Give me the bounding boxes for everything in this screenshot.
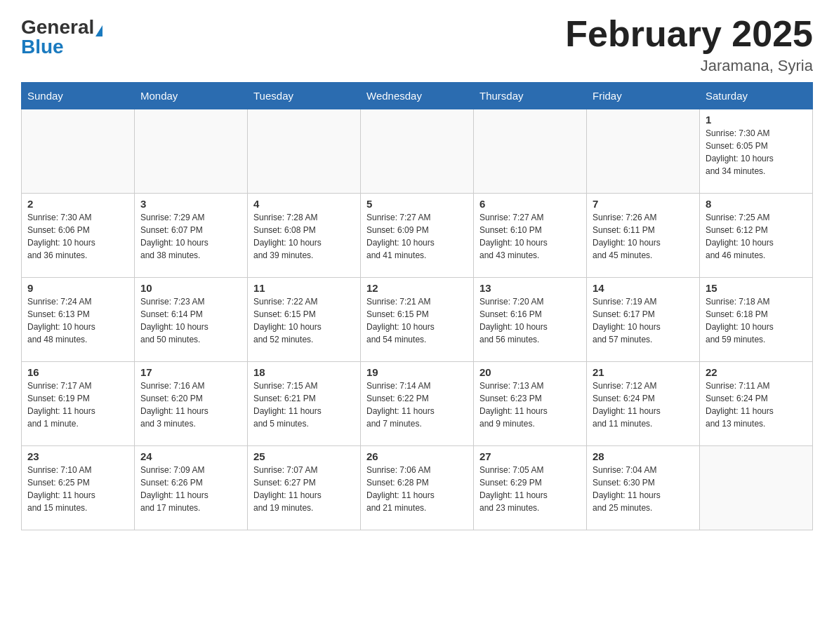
day-of-week-header: Sunday [22,83,135,109]
calendar-cell: 28Sunrise: 7:04 AM Sunset: 6:30 PM Dayli… [587,446,700,530]
calendar-cell [135,109,248,194]
day-info: Sunrise: 7:16 AM Sunset: 6:20 PM Dayligh… [140,380,241,430]
calendar-week-row: 2Sunrise: 7:30 AM Sunset: 6:06 PM Daylig… [22,194,813,278]
day-info: Sunrise: 7:17 AM Sunset: 6:19 PM Dayligh… [27,380,128,430]
calendar-cell: 20Sunrise: 7:13 AM Sunset: 6:23 PM Dayli… [474,362,587,446]
day-info: Sunrise: 7:20 AM Sunset: 6:16 PM Dayligh… [479,295,581,346]
calendar-cell: 16Sunrise: 7:17 AM Sunset: 6:19 PM Dayli… [22,362,135,446]
day-number: 5 [366,198,468,210]
day-info: Sunrise: 7:10 AM Sunset: 6:25 PM Dayligh… [27,464,128,514]
day-number: 4 [253,198,355,210]
calendar-cell: 26Sunrise: 7:06 AM Sunset: 6:28 PM Dayli… [361,446,474,530]
day-header-row: SundayMondayTuesdayWednesdayThursdayFrid… [22,83,813,109]
day-number: 19 [366,366,468,378]
calendar-cell: 2Sunrise: 7:30 AM Sunset: 6:06 PM Daylig… [22,194,135,278]
day-of-week-header: Friday [587,83,700,109]
day-number: 12 [366,282,468,294]
calendar-cell [248,109,361,194]
day-info: Sunrise: 7:30 AM Sunset: 6:06 PM Dayligh… [27,211,128,262]
day-info: Sunrise: 7:28 AM Sunset: 6:08 PM Dayligh… [253,211,355,262]
day-info: Sunrise: 7:18 AM Sunset: 6:18 PM Dayligh… [706,295,807,346]
logo-triangle-icon [95,25,102,36]
calendar-cell: 10Sunrise: 7:23 AM Sunset: 6:14 PM Dayli… [135,278,248,362]
calendar-cell: 22Sunrise: 7:11 AM Sunset: 6:24 PM Dayli… [700,362,813,446]
calendar-cell: 9Sunrise: 7:24 AM Sunset: 6:13 PM Daylig… [22,278,135,362]
day-info: Sunrise: 7:04 AM Sunset: 6:30 PM Dayligh… [593,464,694,514]
day-info: Sunrise: 7:11 AM Sunset: 6:24 PM Dayligh… [706,380,807,430]
calendar-cell: 5Sunrise: 7:27 AM Sunset: 6:09 PM Daylig… [361,194,474,278]
day-number: 23 [27,450,128,462]
location: Jaramana, Syria [565,57,813,75]
day-number: 2 [27,198,128,210]
calendar-week-row: 23Sunrise: 7:10 AM Sunset: 6:25 PM Dayli… [22,446,813,530]
day-info: Sunrise: 7:26 AM Sunset: 6:11 PM Dayligh… [593,211,694,262]
day-number: 10 [140,282,241,294]
day-number: 3 [140,198,241,210]
calendar-cell: 27Sunrise: 7:05 AM Sunset: 6:29 PM Dayli… [474,446,587,530]
calendar-cell: 24Sunrise: 7:09 AM Sunset: 6:26 PM Dayli… [135,446,248,530]
day-info: Sunrise: 7:19 AM Sunset: 6:17 PM Dayligh… [593,295,694,346]
calendar-cell: 6Sunrise: 7:27 AM Sunset: 6:10 PM Daylig… [474,194,587,278]
day-number: 28 [593,450,694,462]
day-info: Sunrise: 7:14 AM Sunset: 6:22 PM Dayligh… [366,380,468,430]
logo-general-text: General [21,16,94,38]
calendar-cell: 1Sunrise: 7:30 AM Sunset: 6:05 PM Daylig… [700,109,813,194]
day-info: Sunrise: 7:25 AM Sunset: 6:12 PM Dayligh… [706,211,807,262]
day-number: 17 [140,366,241,378]
calendar-cell [22,109,135,194]
calendar-week-row: 1Sunrise: 7:30 AM Sunset: 6:05 PM Daylig… [22,109,813,194]
day-number: 25 [253,450,355,462]
day-number: 21 [593,366,694,378]
day-info: Sunrise: 7:30 AM Sunset: 6:05 PM Dayligh… [706,127,807,177]
day-info: Sunrise: 7:12 AM Sunset: 6:24 PM Dayligh… [593,380,694,430]
day-info: Sunrise: 7:07 AM Sunset: 6:27 PM Dayligh… [253,464,355,514]
day-info: Sunrise: 7:29 AM Sunset: 6:07 PM Dayligh… [140,211,241,262]
calendar-cell: 18Sunrise: 7:15 AM Sunset: 6:21 PM Dayli… [248,362,361,446]
day-number: 20 [479,366,581,378]
day-number: 26 [366,450,468,462]
day-number: 9 [27,282,128,294]
calendar-header: SundayMondayTuesdayWednesdayThursdayFrid… [22,83,813,109]
day-info: Sunrise: 7:27 AM Sunset: 6:09 PM Dayligh… [366,211,468,262]
day-number: 7 [593,198,694,210]
calendar-week-row: 16Sunrise: 7:17 AM Sunset: 6:19 PM Dayli… [22,362,813,446]
day-of-week-header: Saturday [700,83,813,109]
day-number: 1 [706,114,807,126]
calendar-cell: 3Sunrise: 7:29 AM Sunset: 6:07 PM Daylig… [135,194,248,278]
title-block: February 2025 Jaramana, Syria [565,14,813,75]
calendar-cell: 4Sunrise: 7:28 AM Sunset: 6:08 PM Daylig… [248,194,361,278]
calendar-table: SundayMondayTuesdayWednesdayThursdayFrid… [21,82,813,530]
calendar-cell: 21Sunrise: 7:12 AM Sunset: 6:24 PM Dayli… [587,362,700,446]
day-number: 11 [253,282,355,294]
day-number: 27 [479,450,581,462]
day-number: 18 [253,366,355,378]
calendar-cell: 15Sunrise: 7:18 AM Sunset: 6:18 PM Dayli… [700,278,813,362]
calendar-cell [361,109,474,194]
calendar-cell: 14Sunrise: 7:19 AM Sunset: 6:17 PM Dayli… [587,278,700,362]
calendar-cell: 25Sunrise: 7:07 AM Sunset: 6:27 PM Dayli… [248,446,361,530]
day-of-week-header: Wednesday [361,83,474,109]
day-number: 15 [706,282,807,294]
day-info: Sunrise: 7:05 AM Sunset: 6:29 PM Dayligh… [479,464,581,514]
calendar-cell: 12Sunrise: 7:21 AM Sunset: 6:15 PM Dayli… [361,278,474,362]
day-info: Sunrise: 7:24 AM Sunset: 6:13 PM Dayligh… [27,295,128,346]
day-info: Sunrise: 7:22 AM Sunset: 6:15 PM Dayligh… [253,295,355,346]
day-of-week-header: Thursday [474,83,587,109]
calendar-cell: 7Sunrise: 7:26 AM Sunset: 6:11 PM Daylig… [587,194,700,278]
day-info: Sunrise: 7:21 AM Sunset: 6:15 PM Dayligh… [366,295,468,346]
calendar-cell: 13Sunrise: 7:20 AM Sunset: 6:16 PM Dayli… [474,278,587,362]
day-number: 6 [479,198,581,210]
calendar-cell: 23Sunrise: 7:10 AM Sunset: 6:25 PM Dayli… [22,446,135,530]
calendar-cell: 17Sunrise: 7:16 AM Sunset: 6:20 PM Dayli… [135,362,248,446]
calendar-body: 1Sunrise: 7:30 AM Sunset: 6:05 PM Daylig… [22,109,813,530]
calendar-cell [700,446,813,530]
logo-top-line: General [21,18,102,37]
calendar-cell [474,109,587,194]
calendar-cell: 19Sunrise: 7:14 AM Sunset: 6:22 PM Dayli… [361,362,474,446]
page-header: General Blue February 2025 Jaramana, Syr… [21,14,813,75]
logo-blue-text: Blue [21,36,64,58]
logo: General Blue [21,14,102,57]
day-number: 22 [706,366,807,378]
day-info: Sunrise: 7:23 AM Sunset: 6:14 PM Dayligh… [140,295,241,346]
day-of-week-header: Tuesday [248,83,361,109]
